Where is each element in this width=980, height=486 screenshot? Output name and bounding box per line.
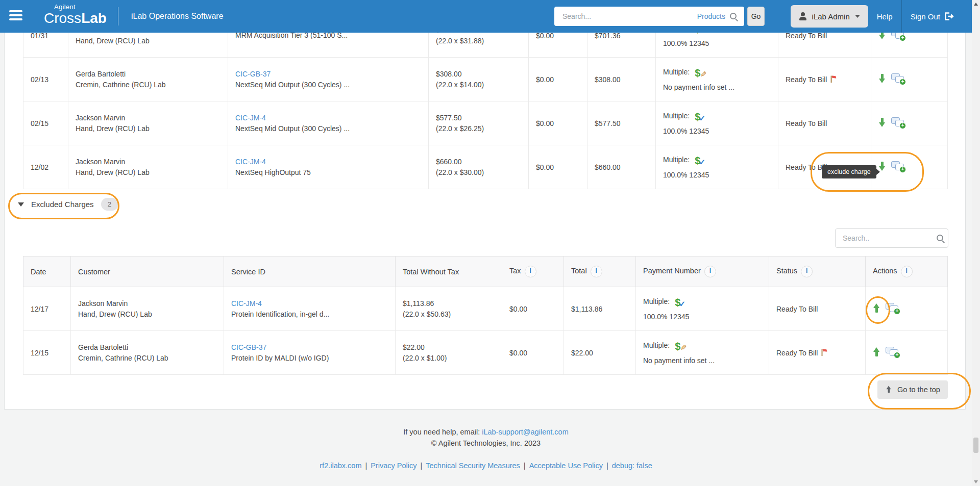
footer-link[interactable]: Acceptable Use Policy — [529, 462, 603, 470]
excluded-search-input[interactable] — [842, 234, 936, 243]
user-menu-button[interactable]: iLab Admin — [791, 5, 868, 28]
plus-badge-icon — [899, 35, 906, 41]
tax-cell: $0.00 — [502, 331, 564, 375]
payment-type: Multiple:$ — [663, 154, 771, 166]
info-icon[interactable]: i — [901, 266, 913, 277]
payment-dollar-check-icon[interactable]: $ — [693, 110, 703, 122]
scrollbar-thumb[interactable] — [973, 438, 978, 453]
help-link[interactable]: Help — [868, 0, 901, 33]
tax-cell: $0.00 — [529, 58, 587, 101]
footer-link[interactable]: Privacy Policy — [371, 462, 416, 470]
amount: $308.00 — [436, 69, 521, 79]
customer-lab: Cremin, Cathrine (RCU) Lab — [78, 353, 216, 363]
footer-copyright: © Agilent Technologies, Inc. 2023 — [0, 439, 972, 447]
service-id-link[interactable]: CIC-JM-4 — [231, 298, 262, 309]
page-scrollbar[interactable] — [972, 0, 980, 486]
customer-name: Jackson Marvin — [76, 157, 220, 167]
service-cell: CIC-GB-37Protein ID by MALDI (w/o IGD) — [224, 331, 396, 375]
search-icon[interactable] — [936, 234, 942, 243]
column-header-label: Status — [776, 267, 797, 275]
hamburger-menu-icon[interactable] — [9, 10, 23, 22]
crosslab-logo: Agilent CrossLab — [44, 4, 107, 25]
plus-badge-icon — [899, 166, 906, 173]
add-comment-icon[interactable] — [891, 73, 905, 84]
global-search-input[interactable] — [561, 12, 697, 21]
exclude-charge-icon[interactable] — [878, 73, 886, 84]
footer-help-text: If you need help, email: — [403, 428, 480, 436]
info-icon[interactable]: i — [704, 266, 716, 277]
service-cell: CIC-GB-37NextSeq Mid Output (300 Cycles)… — [228, 58, 429, 101]
total-cell: $660.00 — [587, 145, 656, 189]
status-cell: Ready To Bill — [778, 58, 871, 101]
date-cell: 12/17 — [23, 287, 71, 331]
service-id-link[interactable]: CIC-JM-4 — [235, 113, 266, 123]
add-comment-icon[interactable] — [886, 347, 899, 357]
service-id-link[interactable]: CIC-GB-37 — [231, 342, 266, 353]
footer-link[interactable]: Technical Security Measures — [426, 462, 520, 470]
payment-detail: 100.0% 12345 — [663, 126, 771, 137]
arrow-stem — [881, 118, 884, 123]
status-cell: Ready To Bill — [769, 287, 866, 331]
date-cell: 12/15 — [23, 331, 71, 375]
service-id-link[interactable]: CIC-JM-4 — [235, 157, 266, 167]
service-cell: CIC-JM-4NextSeq Mid Output (300 Cycles) … — [228, 101, 429, 145]
payment-type: Multiple:$ — [643, 340, 762, 352]
support-email-link[interactable]: iLab-support@agilent.com — [482, 428, 568, 436]
info-icon[interactable]: i — [591, 266, 602, 277]
info-icon[interactable]: i — [801, 266, 813, 277]
column-header-payment-number: Payment Numberi — [636, 257, 769, 287]
payment-dollar-check-icon[interactable]: $ — [693, 154, 703, 166]
amount: $1,113.86 — [403, 298, 495, 309]
customer-name: Jackson Marvin — [76, 113, 220, 123]
search-icon[interactable] — [729, 12, 738, 21]
payment-dollar-check-icon[interactable]: $ — [673, 296, 683, 308]
service-id-link[interactable]: CIC-GB-37 — [235, 69, 271, 80]
excluded-charges-toggle[interactable]: Excluded Charges 2 — [18, 198, 118, 211]
qty-price: (22.0 x $31.88) — [436, 36, 521, 46]
search-category-dropdown[interactable]: Products — [697, 12, 725, 20]
user-menu-label: iLab Admin — [812, 12, 850, 21]
search-go-button[interactable]: Go — [747, 7, 765, 26]
column-header-total: Totali — [564, 257, 636, 287]
dollar-glyph: $ — [695, 154, 700, 168]
go-to-top-button[interactable]: Go to the top — [877, 380, 948, 399]
column-header-label: Total — [571, 267, 587, 275]
customer-name: Gerda Bartoletti — [78, 342, 216, 352]
exclude-charge-tooltip: exclude charge — [822, 165, 876, 178]
column-header-label: Payment Number — [643, 267, 701, 275]
service-description: Protein ID by MALDI (w/o IGD) — [231, 353, 388, 364]
column-header-tax: Taxi — [502, 257, 564, 287]
total-without-tax-cell: $308.00(22.0 x $14.00) — [429, 58, 529, 101]
info-icon[interactable]: i — [525, 266, 536, 277]
payment-type: Multiple:$ — [663, 110, 771, 122]
tax-cell: $0.00 — [502, 287, 564, 331]
page: 01/31Jackson MarvinHand, Drew (RCU) LabM… — [0, 0, 980, 486]
actions-cell — [871, 101, 948, 145]
add-comment-icon[interactable] — [886, 303, 899, 313]
sign-out-link[interactable]: Sign Out — [902, 0, 963, 33]
include-charge-icon[interactable] — [873, 303, 880, 313]
exclude-charge-icon[interactable] — [878, 117, 886, 127]
total-without-tax-cell: $577.50(22.0 x $26.25) — [429, 101, 529, 145]
total-cell: $308.00 — [587, 58, 656, 101]
total-without-tax-cell: $22.00(22.0 x $1.00) — [396, 331, 502, 375]
table-row: 12/15Gerda BartolettiCremin, Cathrine (R… — [23, 331, 948, 375]
include-charge-icon[interactable] — [873, 347, 880, 357]
scrollbar-down-arrow-icon[interactable] — [974, 480, 978, 483]
payment-dollar-pencil-icon[interactable]: $ — [693, 66, 703, 79]
footer-link[interactable]: rf2.ilabx.com — [320, 462, 361, 470]
add-comment-icon[interactable] — [891, 117, 905, 127]
payment-type-label: Multiple: — [663, 155, 690, 165]
scrollbar-up-arrow-icon[interactable] — [974, 3, 978, 6]
payment-dollar-pencil-icon[interactable]: $ — [673, 340, 683, 352]
total-without-tax-cell: $660.00(22.0 x $30.00) — [429, 145, 529, 189]
add-comment-icon[interactable] — [891, 161, 905, 171]
table-row: 02/15Jackson MarvinHand, Drew (RCU) LabC… — [23, 101, 948, 145]
table-row: 12/17Jackson MarvinHand, Drew (RCU) LabC… — [23, 287, 948, 331]
dollar-glyph: $ — [675, 339, 680, 353]
status-cell: Ready To Bill — [769, 331, 866, 375]
column-header-label: Total Without Tax — [403, 268, 459, 276]
excluded-charges-title: Excluded Charges — [31, 200, 94, 209]
customer-lab: Cremin, Cathrine (RCU) Lab — [76, 80, 220, 90]
logo-lab: Lab — [81, 10, 107, 26]
